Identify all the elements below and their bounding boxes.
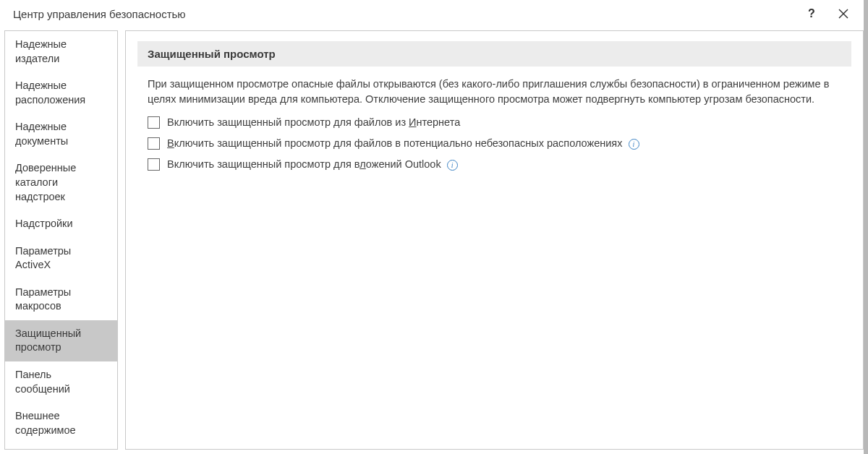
option-checkbox-0[interactable] <box>148 116 160 129</box>
option-label-1[interactable]: Включить защищенный просмотр для файлов … <box>167 137 639 150</box>
options-list: Включить защищенный просмотр для файлов … <box>137 116 851 171</box>
option-label-0[interactable]: Включить защищенный просмотр для файлов … <box>167 116 460 129</box>
window-title: Центр управления безопасностью <box>13 8 796 20</box>
sidebar-item-6[interactable]: Параметры макросов <box>5 279 117 320</box>
option-row-0: Включить защищенный просмотр для файлов … <box>148 116 841 129</box>
sidebar: Надежные издателиНадежные расположенияНа… <box>4 30 118 450</box>
option-checkbox-1[interactable] <box>148 137 160 150</box>
sidebar-item-0[interactable]: Надежные издатели <box>5 31 117 72</box>
sidebar-item-2[interactable]: Надежные документы <box>5 113 117 155</box>
help-button[interactable]: ? <box>796 0 827 27</box>
section-header: Защищенный просмотр <box>137 41 851 67</box>
sidebar-item-3[interactable]: Доверенные каталоги надстроек <box>5 155 117 210</box>
info-icon[interactable]: i <box>447 160 458 171</box>
sidebar-item-7[interactable]: Защищенный просмотр <box>5 320 117 361</box>
sidebar-item-9[interactable]: Внешнее содержимое <box>5 403 117 444</box>
sidebar-item-1[interactable]: Надежные расположения <box>5 72 117 113</box>
option-row-2: Включить защищенный просмотр для вложени… <box>148 158 841 171</box>
close-icon <box>838 9 848 19</box>
dialog-body: Надежные издателиНадежные расположенияНа… <box>0 27 868 454</box>
trust-center-window: Центр управления безопасностью ? Надежны… <box>0 0 868 454</box>
sidebar-item-8[interactable]: Панель сообщений <box>5 361 117 403</box>
option-label-2[interactable]: Включить защищенный просмотр для вложени… <box>167 158 458 171</box>
info-icon[interactable]: i <box>629 139 639 150</box>
titlebar: Центр управления безопасностью ? <box>0 0 868 27</box>
sidebar-item-4[interactable]: Надстройки <box>5 210 117 238</box>
close-button[interactable] <box>827 0 859 27</box>
sidebar-item-5[interactable]: Параметры ActiveX <box>5 238 117 279</box>
section-description: При защищенном просмотре опасные файлы о… <box>137 77 851 116</box>
option-row-1: Включить защищенный просмотр для файлов … <box>148 137 841 150</box>
sidebar-item-10[interactable]: Параметры блокировки файлов <box>5 444 117 450</box>
right-window-edge <box>864 0 868 454</box>
option-checkbox-2[interactable] <box>148 158 160 171</box>
main-panel: Защищенный просмотр При защищенном просм… <box>125 30 864 450</box>
